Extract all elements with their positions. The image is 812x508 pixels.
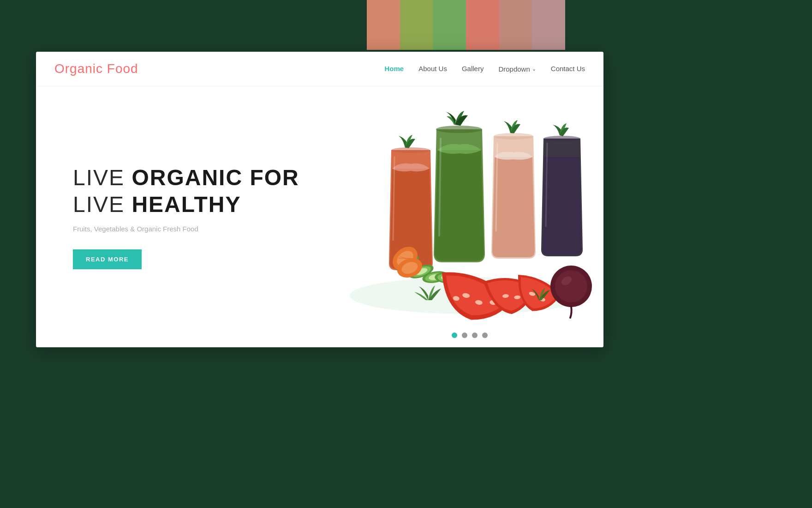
nav-item-contact[interactable]: Contact Us (551, 65, 585, 73)
hero-illustration (336, 111, 603, 323)
nav-links: Home About Us Gallery Dropdown ⌄ Contact… (385, 65, 585, 73)
nav-link-dropdown[interactable]: Dropdown ⌄ (498, 65, 536, 73)
swatch-1 (367, 0, 400, 50)
color-palette (367, 0, 565, 50)
hero-title-line2-light: LIVE (73, 192, 131, 217)
svg-point-3 (391, 147, 430, 153)
read-more-button[interactable]: READ MORE (73, 249, 142, 269)
carousel-dot-2[interactable] (462, 333, 467, 338)
svg-point-2 (494, 133, 533, 139)
nav-item-home[interactable]: Home (385, 65, 404, 73)
carousel-dots (452, 333, 488, 338)
chevron-down-icon: ⌄ (532, 66, 536, 72)
carousel-dot-3[interactable] (472, 333, 478, 338)
svg-point-32 (555, 270, 587, 302)
nav-link-gallery[interactable]: Gallery (462, 65, 484, 73)
hero-title: LIVE ORGANIC FOR LIVE HEALTHY (73, 164, 336, 218)
hero-subtitle: Fruits, Vegetables & Organic Fresh Food (73, 225, 336, 233)
hero-content: LIVE ORGANIC FOR LIVE HEALTHY Fruits, Ve… (36, 164, 336, 269)
hero-title-line1-light: LIVE (73, 165, 131, 190)
svg-point-1 (543, 136, 580, 141)
hero-title-line2: LIVE HEALTHY (73, 191, 336, 218)
hero-image (336, 86, 603, 347)
nav-item-gallery[interactable]: Gallery (462, 65, 484, 73)
hero-section: LIVE ORGANIC FOR LIVE HEALTHY Fruits, Ve… (36, 86, 603, 347)
browser-window: Organic Food Home About Us Gallery Dropd… (36, 52, 603, 347)
site-logo[interactable]: Organic Food (54, 61, 138, 76)
swatch-5 (499, 0, 532, 50)
navbar: Organic Food Home About Us Gallery Dropd… (36, 52, 603, 86)
nav-link-home[interactable]: Home (385, 65, 404, 73)
hero-title-line2-bold: HEALTHY (131, 192, 241, 217)
nav-item-about[interactable]: About Us (418, 65, 447, 73)
swatch-3 (433, 0, 466, 50)
nav-link-contact[interactable]: Contact Us (551, 65, 585, 73)
svg-point-4 (436, 126, 482, 133)
swatch-6 (532, 0, 565, 50)
nav-link-about[interactable]: About Us (418, 65, 447, 73)
swatch-2 (400, 0, 433, 50)
hero-title-line1: LIVE ORGANIC FOR (73, 164, 336, 191)
nav-item-dropdown[interactable]: Dropdown ⌄ (498, 65, 536, 73)
carousel-dot-4[interactable] (482, 333, 488, 338)
carousel-dot-1[interactable] (452, 333, 457, 338)
swatch-4 (466, 0, 499, 50)
hero-title-line1-bold: ORGANIC FOR (131, 165, 299, 190)
